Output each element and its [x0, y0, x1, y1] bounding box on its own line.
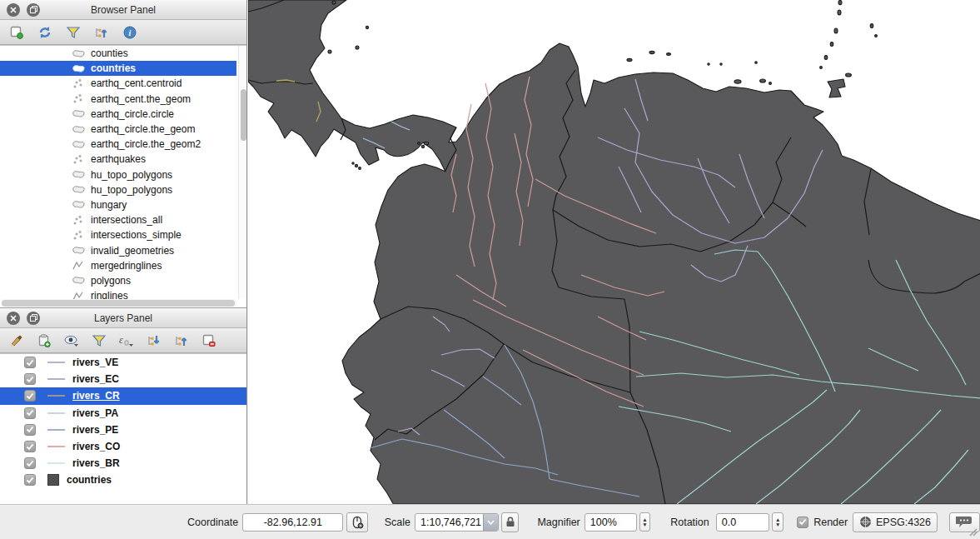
rotation-input[interactable]: 0.0: [716, 513, 770, 532]
map-themes-icon[interactable]: [62, 331, 82, 351]
rotation-label: Rotation: [670, 517, 709, 528]
svg-text:i: i: [129, 28, 132, 37]
collapse-all-icon[interactable]: [172, 331, 192, 351]
browser-item[interactable]: hungary: [0, 197, 236, 212]
layers-panel: Layers Panel ε rivers_VE rivers_EC river…: [0, 307, 246, 505]
layers-toolbar: ε: [0, 328, 246, 353]
point-icon: [72, 93, 86, 104]
line-icon: [72, 260, 86, 271]
scale-label: Scale: [385, 517, 410, 528]
scrollbar-thumb[interactable]: [241, 89, 246, 141]
layer-checkbox[interactable]: [24, 474, 36, 486]
spin-down-icon[interactable]: ▼: [642, 522, 647, 527]
layer-checkbox[interactable]: [24, 373, 36, 385]
mouse-position-toggle-button[interactable]: [346, 512, 367, 532]
map-svg: [248, 0, 980, 504]
coordinate-label: Coordinate: [187, 517, 238, 528]
crs-button[interactable]: EPSG:4326: [853, 512, 938, 532]
polygon-icon: [72, 245, 86, 256]
browser-item[interactable]: hu_topo_polygons: [0, 167, 236, 182]
coordinate-input[interactable]: -82.96,12.91: [242, 513, 343, 532]
scale-combobox[interactable]: 1:10,746,721: [415, 513, 499, 532]
polygon-icon: [72, 124, 86, 135]
polygon-icon: [72, 63, 86, 74]
layer-row[interactable]: rivers_PA: [0, 405, 246, 422]
layer-checkbox[interactable]: [24, 390, 36, 402]
layer-swatch: [47, 474, 59, 486]
render-checkbox[interactable]: [797, 517, 808, 528]
point-icon: [72, 230, 86, 241]
point-icon: [72, 78, 86, 89]
layer-swatch: [47, 378, 65, 380]
browser-item[interactable]: intersections_simple: [0, 227, 236, 242]
map-canvas[interactable]: [248, 0, 980, 504]
layer-swatch: [47, 429, 65, 431]
filter-expression-icon[interactable]: ε: [117, 331, 137, 351]
point-icon: [72, 215, 86, 226]
browser-item[interactable]: counties: [0, 46, 236, 61]
filter-legend-icon[interactable]: [89, 331, 109, 351]
layer-checkbox[interactable]: [24, 424, 36, 436]
add-group-icon[interactable]: [34, 331, 54, 351]
layer-checkbox[interactable]: [24, 441, 36, 452]
browser-item[interactable]: earthq_cent.centroid: [0, 76, 236, 91]
spin-down-icon[interactable]: ▼: [775, 522, 780, 527]
polygon-icon: [72, 139, 86, 150]
layer-row[interactable]: rivers_VE: [0, 354, 246, 371]
layer-checkbox[interactable]: [24, 457, 36, 469]
collapse-all-icon[interactable]: [92, 22, 112, 42]
browser-item[interactable]: earthq_circle.the_geom2: [0, 137, 236, 152]
browser-vertical-scrollbar[interactable]: [238, 46, 246, 299]
render-label: Render: [813, 517, 848, 528]
layer-swatch: [47, 395, 65, 397]
layer-row[interactable]: rivers_PE: [0, 422, 246, 438]
add-selected-layers-icon[interactable]: [7, 22, 27, 42]
layer-row-selected[interactable]: rivers_CR: [0, 387, 246, 404]
polygon-icon: [72, 199, 86, 210]
scrollbar-thumb[interactable]: [2, 300, 235, 307]
browser-item[interactable]: earthq_circle.circle: [0, 107, 236, 122]
magnifier-stepper[interactable]: ▲▼: [639, 512, 651, 532]
rotation-stepper[interactable]: ▲▼: [772, 512, 784, 532]
lock-icon: [505, 517, 515, 527]
properties-info-icon[interactable]: i: [120, 22, 140, 42]
layer-row[interactable]: rivers_EC: [0, 371, 246, 387]
layer-checkbox[interactable]: [24, 407, 36, 419]
layer-swatch: [47, 412, 65, 414]
chevron-down-icon[interactable]: [483, 514, 498, 531]
browser-toolbar: i: [0, 20, 246, 45]
filter-browser-icon[interactable]: [63, 22, 83, 42]
polygon-icon: [72, 275, 86, 286]
browser-item[interactable]: earthq_cent.the_geom: [0, 92, 236, 107]
polygon-icon: [72, 108, 86, 119]
mouse-icon: [351, 516, 364, 529]
lock-scale-button[interactable]: [501, 512, 520, 532]
layer-row[interactable]: countries: [0, 472, 246, 488]
polygon-icon: [72, 184, 86, 195]
browser-item[interactable]: polygons: [0, 273, 236, 288]
browser-item[interactable]: invalid_geometries: [0, 242, 236, 257]
browser-item[interactable]: earthquakes: [0, 152, 236, 167]
svg-text:ε: ε: [119, 334, 123, 346]
browser-item[interactable]: mergedringlines: [0, 258, 236, 273]
layer-styling-icon[interactable]: [7, 331, 27, 351]
layer-row[interactable]: rivers_BR: [0, 455, 246, 472]
browser-item-selected[interactable]: countries: [0, 61, 236, 76]
browser-panel: Browser Panel i counties countries earth…: [0, 0, 246, 307]
refresh-icon[interactable]: [35, 22, 55, 42]
qgis-window: Browser Panel i counties countries earth…: [0, 0, 980, 539]
resize-grip[interactable]: [968, 527, 978, 537]
layer-swatch: [47, 362, 65, 363]
magnifier-input[interactable]: 100%: [585, 513, 637, 532]
expand-all-icon[interactable]: [144, 331, 164, 351]
browser-item[interactable]: earthq_circle.the_geom: [0, 122, 236, 137]
polygon-icon: [72, 169, 86, 180]
browser-horizontal-scrollbar[interactable]: [2, 299, 236, 307]
layers-panel-titlebar: Layers Panel: [0, 308, 246, 328]
remove-layer-icon[interactable]: [199, 331, 219, 351]
layer-checkbox[interactable]: [24, 357, 36, 368]
layer-row[interactable]: rivers_CO: [0, 438, 246, 455]
browser-item[interactable]: hu_topo_polygons: [0, 182, 236, 197]
globe-crs-icon: [859, 516, 872, 528]
browser-item[interactable]: intersections_all: [0, 212, 236, 227]
